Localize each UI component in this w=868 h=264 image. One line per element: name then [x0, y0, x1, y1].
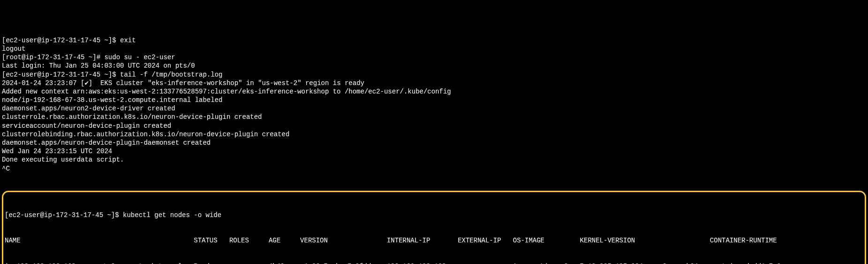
terminal-output-line: node/ip-192-168-67-38.us-west-2.compute.… [2, 96, 866, 104]
terminal-output-line: Added new context arn:aws:eks:us-west-2:… [2, 87, 866, 96]
terminal-output-line: serviceaccount/neuron-device-plugin crea… [2, 122, 866, 130]
terminal-output-line: Wed Jan 24 23:23:15 UTC 2024 [2, 147, 866, 155]
nodes-table-header: NAME STATUS ROLES AGE VERSION INTERNAL-I… [5, 236, 863, 245]
terminal-output-line: [ec2-user@ip-172-31-17-45 ~]$ tail -f /t… [2, 70, 866, 79]
terminal-output-line: [root@ip-172-31-17-45 ~]# sudo su - ec2-… [2, 53, 866, 62]
terminal-output-line: daemonset.apps/neuron2-device-driver cre… [2, 104, 866, 113]
terminal-output-line: daemonset.apps/neuron-device-plugin-daem… [2, 139, 866, 147]
terminal-output-line: Done executing userdata script. [2, 155, 866, 164]
cmd-get-nodes-line: [ec2-user@ip-172-31-17-45 ~]$ kubectl ge… [5, 211, 863, 219]
terminal-output-line: logout [2, 45, 866, 53]
terminal-output-line: clusterrolebinding.rbac.authorization.k8… [2, 130, 866, 139]
highlighted-output-box: [ec2-user@ip-172-31-17-45 ~]$ kubectl ge… [2, 191, 866, 264]
shell-command[interactable]: kubectl get nodes -o wide [123, 211, 221, 219]
shell-prompt[interactable]: [ec2-user@ip-172-31-17-45 ~]$ [5, 211, 123, 219]
terminal-output-line: Last login: Thu Jan 25 04:03:00 UTC 2024… [2, 62, 866, 70]
terminal-output-line: [ec2-user@ip-172-31-17-45 ~]$ exit [2, 36, 866, 45]
terminal-output-line: 2024-01-24 23:23:07 [✔] EKS cluster "eks… [2, 79, 866, 87]
nodes-table-body: ip-192-168-122-168.us-west-2.compute.int… [5, 262, 863, 264]
terminal-output-line: ^C [2, 164, 866, 173]
table-row: ip-192-168-122-168.us-west-2.compute.int… [5, 262, 863, 264]
terminal-output-line: clusterrole.rbac.authorization.k8s.io/ne… [2, 113, 866, 121]
terminal-scrollback: [ec2-user@ip-172-31-17-45 ~]$ exitlogout… [2, 36, 866, 173]
